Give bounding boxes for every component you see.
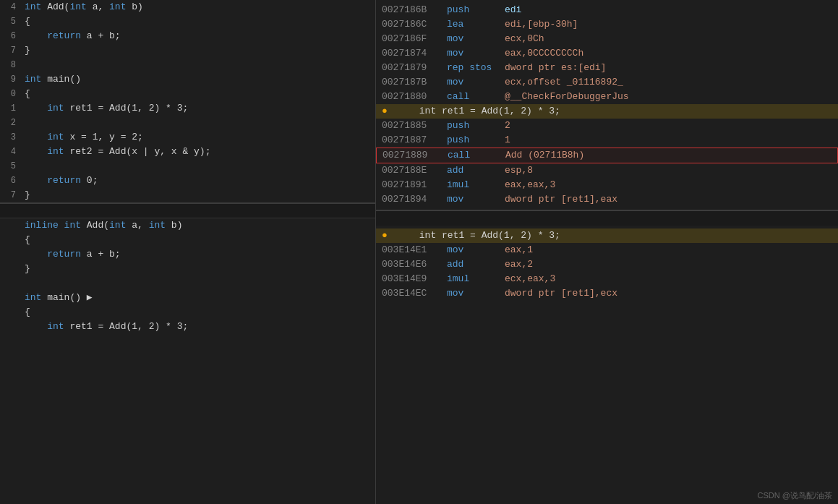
disasm-mnem: push [447, 133, 505, 148]
line-content: } [22, 188, 375, 202]
disasm-line: 0027187B mov ecx,offset _01116892_ [376, 75, 838, 90]
disasm-operand: eax,2 [505, 257, 533, 272]
disasm-addr: 00271894 [382, 192, 447, 207]
disasm-addr: 00271879 [382, 61, 447, 75]
line-number: 2 [0, 116, 22, 130]
line-number: 4 [0, 145, 22, 159]
disasm-addr: 003E14E1 [382, 243, 447, 257]
code-line: 0 { [0, 87, 375, 101]
disasm-mnem: call [448, 148, 505, 163]
watermark: CSDN @说鸟配/油茶 [758, 490, 832, 501]
disasm-mnem: mov [447, 286, 505, 301]
line-content: { [22, 14, 375, 29]
code-line: 4 int Add(int a, int b) [0, 0, 375, 14]
line-content: int main() ▶ [22, 291, 375, 305]
code-line: 5 { [0, 14, 375, 29]
disasm-line: 00271879 rep stos dword ptr es:[edi] [376, 61, 838, 75]
line-number: 0 [0, 87, 22, 101]
code-line: return a + b; [0, 247, 375, 262]
disasm-line: 0027186F mov ecx,0Ch [376, 32, 838, 46]
line-content: } [22, 262, 375, 276]
line-content: { [22, 233, 375, 247]
disasm-addr: 00271889 [382, 148, 448, 163]
code-line: { [0, 305, 375, 320]
line-content: { [22, 87, 375, 101]
code-panel: 4 int Add(int a, int b) 5 { 6 return a +… [0, 0, 376, 504]
bottom-disasm-section: ● int ret1 = Add(1, 2) * 3; 003E14E1 mov… [376, 226, 838, 304]
code-line: 2 [0, 116, 375, 130]
line-content: int Add(int a, int b) [22, 0, 375, 14]
disasm-mnem: mov [447, 192, 505, 207]
bottom-code-section: inline int Add(int a, int b) { return a … [0, 218, 375, 334]
line-number: 7 [0, 43, 22, 58]
line-content: { [22, 305, 375, 320]
disasm-operand: ecx,offset _01116892_ [505, 75, 623, 90]
disasm-line: 00271894 mov dword ptr [ret1],eax [376, 192, 838, 207]
disasm-line: 0027186B push edi [376, 3, 838, 17]
disasm-operand: edi,[ebp-30h] [505, 17, 578, 32]
line-content: int main() [22, 72, 375, 87]
code-line: 8 [0, 58, 375, 72]
disasm-mnem: mov [447, 75, 505, 90]
code-line: } [0, 262, 375, 276]
line-content: int x = 1, y = 2; [22, 130, 375, 145]
code-line: int ret1 = Add(1, 2) * 3; [0, 320, 375, 334]
disasm-addr: 00271887 [382, 133, 447, 148]
disasm-line: 0027186C lea edi,[ebp-30h] [376, 17, 838, 32]
disasm-operand: @__CheckForDebuggerJus [505, 90, 629, 104]
disasm-addr: 00271874 [382, 46, 447, 61]
disasm-addr: 0027188E [382, 163, 447, 178]
line-content: int ret2 = Add(x | y, x & y); [22, 145, 375, 159]
line-number: 7 [0, 188, 22, 202]
disasm-operand: ecx,eax,3 [505, 272, 555, 286]
code-line: 5 [0, 159, 375, 174]
disasm-mnem: push [447, 119, 505, 133]
main-container: 4 int Add(int a, int b) 5 { 6 return a +… [0, 0, 838, 504]
line-number: 1 [0, 101, 22, 116]
disasm-mnem: add [447, 257, 505, 272]
line-number: 5 [0, 14, 22, 29]
disasm-line: 00271891 imul eax,eax,3 [376, 178, 838, 192]
disasm-operand: Add (02711B8h) [505, 148, 584, 163]
line-number: 6 [0, 174, 22, 188]
disasm-mnem: call [447, 90, 505, 104]
disasm-operand: eax,1 [505, 243, 533, 257]
disasm-panel[interactable]: 0027186B push edi 0027186C lea edi,[ebp-… [376, 0, 838, 504]
code-line [0, 276, 375, 291]
disasm-mnem: rep stos [447, 61, 505, 75]
disasm-operand: ecx,0Ch [505, 32, 544, 46]
line-number: 4 [0, 0, 22, 14]
disasm-line: 0027188E add esp,8 [376, 163, 838, 178]
line-content: int ret1 = Add(1, 2) * 3; [22, 101, 375, 116]
disasm-addr: 0027186C [382, 17, 447, 32]
disasm-operand: 2 [505, 119, 510, 133]
code-line: 1 int ret1 = Add(1, 2) * 3; [0, 101, 375, 116]
source-annotation-bottom: int ret1 = Add(1, 2) * 3; [390, 228, 560, 243]
top-code-section: 4 int Add(int a, int b) 5 { 6 return a +… [0, 0, 375, 204]
code-line: 4 int ret2 = Add(x | y, x & y); [0, 145, 375, 159]
disasm-operand: dword ptr [ret1],eax [505, 192, 617, 207]
code-line: 9 int main() [0, 72, 375, 87]
line-content: return a + b; [22, 247, 375, 262]
disasm-line: 00271880 call @__CheckForDebuggerJus [376, 90, 838, 104]
disasm-addr: 0027187B [382, 75, 447, 90]
disasm-operand: esp,8 [505, 163, 533, 178]
disasm-source-line-bottom: ● int ret1 = Add(1, 2) * 3; [376, 228, 838, 243]
disasm-addr: 00271880 [382, 90, 447, 104]
code-line: { [0, 233, 375, 247]
disasm-line: 00271874 mov eax,0CCCCCCCCh [376, 46, 838, 61]
disasm-operand: eax,eax,3 [505, 178, 555, 192]
top-disasm-section: 0027186B push edi 0027186C lea edi,[ebp-… [376, 0, 838, 211]
disasm-mnem: add [447, 163, 505, 178]
disasm-addr: 0027186F [382, 32, 447, 46]
disasm-line: 00271887 push 1 [376, 133, 838, 148]
code-line: 7 } [0, 188, 375, 202]
code-line: 6 return a + b; [0, 29, 375, 43]
line-number: 8 [0, 58, 22, 72]
disasm-addr: 00271885 [382, 119, 447, 133]
code-line: 3 int x = 1, y = 2; [0, 130, 375, 145]
source-annotation: int ret1 = Add(1, 2) * 3; [390, 104, 560, 119]
code-line: int main() ▶ [0, 291, 375, 305]
disasm-operand: 1 [505, 133, 510, 148]
disasm-mnem: mov [447, 46, 505, 61]
